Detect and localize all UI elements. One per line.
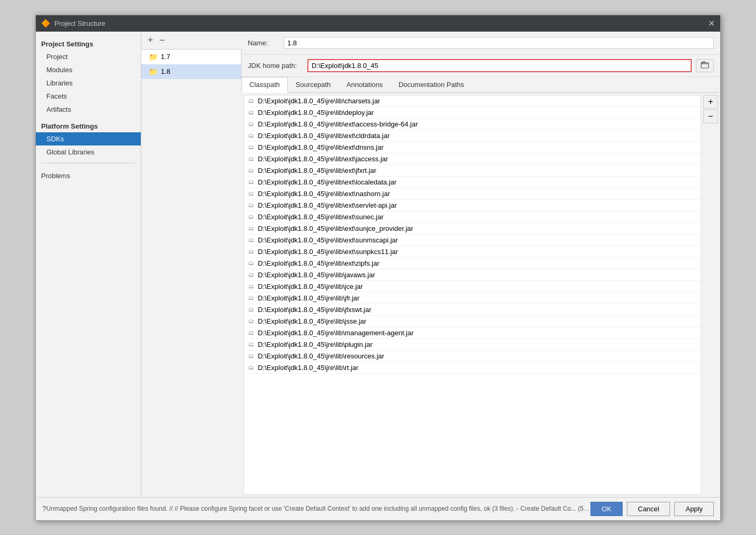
sdk-label-18: 1.8: [161, 67, 170, 75]
sidebar-item-modules[interactable]: Modules: [36, 63, 141, 76]
classpath-path: D:\Exploit\jdk1.8.0_45\jre\lib\plugin.ja…: [258, 341, 373, 348]
platform-settings-header: Platform Settings: [36, 116, 141, 132]
list-item[interactable]: 🗂D:\Exploit\jdk1.8.0_45\jre\lib\rt.jar: [244, 362, 701, 374]
sidebar-item-global-libraries[interactable]: Global Libraries: [36, 145, 141, 159]
add-sdk-button[interactable]: +: [146, 35, 156, 46]
list-item[interactable]: 🗂D:\Exploit\jdk1.8.0_45\jre\lib\ext\dnsn…: [244, 142, 701, 153]
sdk-controls: + −: [141, 32, 241, 50]
sidebar: Project Settings Project Modules Librari…: [36, 32, 141, 497]
classpath-path: D:\Exploit\jdk1.8.0_45\jre\lib\ext\servl…: [258, 201, 397, 209]
jar-icon: 🗂: [248, 132, 255, 139]
list-item[interactable]: 🗂D:\Exploit\jdk1.8.0_45\jre\lib\ext\sunp…: [244, 246, 701, 258]
bottom-bar: ? Unmapped Spring configuration files fo…: [36, 497, 720, 520]
folder-icon: 📁: [149, 53, 158, 61]
classpath-path: D:\Exploit\jdk1.8.0_45\jre\lib\ext\sunec…: [258, 213, 383, 221]
sdk-item-18[interactable]: 📁 1.8: [141, 64, 241, 79]
jar-icon: 🗂: [248, 341, 255, 347]
jar-icon: 🗂: [248, 306, 255, 313]
sidebar-item-artifacts[interactable]: Artifacts: [36, 103, 141, 116]
jar-icon: 🗂: [248, 295, 255, 301]
classpath-path: D:\Exploit\jdk1.8.0_45\jre\lib\managemen…: [258, 329, 414, 337]
jar-icon: 🗂: [248, 202, 255, 208]
classpath-path: D:\Exploit\jdk1.8.0_45\jre\lib\ext\sunjc…: [258, 225, 413, 232]
name-label: Name:: [248, 39, 279, 47]
main-content: Project Settings Project Modules Librari…: [36, 32, 720, 497]
jar-icon: 🗂: [248, 271, 255, 278]
classpath-path: D:\Exploit\jdk1.8.0_45\jre\lib\jfxswt.ja…: [258, 306, 371, 314]
jar-icon: 🗂: [248, 213, 255, 220]
list-item[interactable]: 🗂D:\Exploit\jdk1.8.0_45\jre\lib\ext\serv…: [244, 200, 701, 211]
classpath-path: D:\Exploit\jdk1.8.0_45\jre\lib\jce.jar: [258, 283, 363, 290]
jdk-path-input[interactable]: [307, 59, 692, 72]
classpath-path: D:\Exploit\jdk1.8.0_45\jre\lib\ext\nasho…: [258, 190, 390, 198]
jar-icon: 🗂: [248, 260, 255, 266]
sdk-label-17: 1.7: [161, 53, 170, 61]
list-item[interactable]: 🗂D:\Exploit\jdk1.8.0_45\jre\lib\resource…: [244, 351, 701, 362]
jar-icon: 🗂: [248, 283, 255, 289]
list-item[interactable]: 🗂D:\Exploit\jdk1.8.0_45\jre\lib\ext\acce…: [244, 119, 701, 130]
jar-icon: 🗂: [248, 364, 255, 371]
list-item[interactable]: 🗂D:\Exploit\jdk1.8.0_45\jre\lib\manageme…: [244, 327, 701, 339]
classpath-remove-button[interactable]: −: [703, 110, 718, 123]
list-item[interactable]: 🗂D:\Exploit\jdk1.8.0_45\jre\lib\jce.jar: [244, 281, 701, 293]
jar-icon: 🗂: [248, 167, 255, 173]
dialog-title: Project Structure: [54, 20, 704, 27]
list-item[interactable]: 🗂D:\Exploit\jdk1.8.0_45\jre\lib\jfr.jar: [244, 293, 701, 304]
list-item[interactable]: 🗂D:\Exploit\jdk1.8.0_45\jre\lib\ext\nash…: [244, 188, 701, 200]
tab-sourcepath[interactable]: Sourcepath: [288, 77, 339, 92]
classpath-list: 🗂D:\Exploit\jdk1.8.0_45\jre\lib\charsets…: [244, 95, 701, 495]
jar-icon: 🗂: [248, 237, 255, 243]
tab-annotations[interactable]: Annotations: [338, 77, 391, 92]
sdk-list-panel: + − 📁 1.7 📁 1.8: [141, 32, 241, 497]
classpath-content: 🗂D:\Exploit\jdk1.8.0_45\jre\lib\charsets…: [241, 93, 720, 497]
sdk-item-17[interactable]: 📁 1.7: [141, 50, 241, 64]
jar-icon: 🗂: [248, 248, 255, 255]
list-item[interactable]: 🗂D:\Exploit\jdk1.8.0_45\jre\lib\javaws.j…: [244, 269, 701, 281]
list-item[interactable]: 🗂D:\Exploit\jdk1.8.0_45\jre\lib\jfxswt.j…: [244, 304, 701, 316]
sidebar-item-sdks[interactable]: SDKs: [36, 132, 141, 145]
close-button[interactable]: ✕: [708, 18, 715, 28]
remove-sdk-button[interactable]: −: [158, 35, 168, 46]
classpath-path: D:\Exploit\jdk1.8.0_45\jre\lib\ext\cldrd…: [258, 132, 390, 140]
classpath-path: D:\Exploit\jdk1.8.0_45\jre\lib\ext\sunpk…: [258, 248, 398, 256]
list-item[interactable]: 🗂D:\Exploit\jdk1.8.0_45\jre\lib\ext\sune…: [244, 211, 701, 223]
tab-documentation-paths[interactable]: Documentation Paths: [391, 77, 472, 92]
tab-bar: Classpath Sourcepath Annotations Documen…: [241, 77, 720, 93]
status-message: Unmapped Spring configuration files foun…: [46, 505, 590, 512]
list-item[interactable]: 🗂D:\Exploit\jdk1.8.0_45\jre\lib\ext\cldr…: [244, 130, 701, 142]
jar-icon: 🗂: [248, 98, 255, 104]
sdk-list: 📁 1.7 📁 1.8: [141, 50, 241, 79]
sidebar-item-problems[interactable]: Problems: [36, 168, 141, 184]
list-item[interactable]: 🗂D:\Exploit\jdk1.8.0_45\jre\lib\ext\jfxr…: [244, 165, 701, 177]
list-item[interactable]: 🗂D:\Exploit\jdk1.8.0_45\jre\lib\ext\sunm…: [244, 235, 701, 246]
classpath-path: D:\Exploit\jdk1.8.0_45\jre\lib\jfr.jar: [258, 294, 360, 302]
list-item[interactable]: 🗂D:\Exploit\jdk1.8.0_45\jre\lib\jsse.jar: [244, 316, 701, 327]
sidebar-item-libraries[interactable]: Libraries: [36, 76, 141, 90]
project-structure-dialog: 🔶 Project Structure ✕ Project Settings P…: [35, 15, 721, 521]
name-input[interactable]: [284, 37, 714, 49]
name-row: Name:: [241, 32, 720, 55]
classpath-path: D:\Exploit\jdk1.8.0_45\jre\lib\ext\jfxrt…: [258, 167, 376, 174]
tab-classpath[interactable]: Classpath: [241, 77, 288, 93]
jdk-path-browse-button[interactable]: [696, 59, 714, 72]
cancel-button[interactable]: Cancel: [627, 502, 670, 516]
apply-button[interactable]: Apply: [674, 502, 714, 516]
sidebar-item-facets[interactable]: Facets: [36, 90, 141, 103]
list-item[interactable]: 🗂D:\Exploit\jdk1.8.0_45\jre\lib\ext\sunj…: [244, 223, 701, 235]
list-item[interactable]: 🗂D:\Exploit\jdk1.8.0_45\jre\lib\plugin.j…: [244, 339, 701, 351]
classpath-sidebar-buttons: + −: [701, 93, 720, 497]
list-item[interactable]: 🗂D:\Exploit\jdk1.8.0_45\jre\lib\charsets…: [244, 95, 701, 107]
list-item[interactable]: 🗂D:\Exploit\jdk1.8.0_45\jre\lib\ext\zipf…: [244, 258, 701, 269]
classpath-path: D:\Exploit\jdk1.8.0_45\jre\lib\ext\zipfs…: [258, 259, 380, 267]
sidebar-item-project[interactable]: Project: [36, 50, 141, 63]
list-item[interactable]: 🗂D:\Exploit\jdk1.8.0_45\jre\lib\ext\jacc…: [244, 153, 701, 165]
list-item[interactable]: 🗂D:\Exploit\jdk1.8.0_45\jre\lib\ext\loca…: [244, 177, 701, 188]
folder-icon-18: 📁: [149, 67, 158, 76]
help-icon[interactable]: ?: [42, 504, 46, 513]
classpath-path: D:\Exploit\jdk1.8.0_45\jre\lib\ext\jacce…: [258, 155, 388, 163]
project-settings-header: Project Settings: [36, 36, 141, 50]
ok-button[interactable]: OK: [590, 502, 623, 516]
classpath-add-button[interactable]: +: [703, 95, 718, 109]
jar-icon: 🗂: [248, 190, 255, 197]
list-item[interactable]: 🗂D:\Exploit\jdk1.8.0_45\jre\lib\deploy.j…: [244, 107, 701, 119]
